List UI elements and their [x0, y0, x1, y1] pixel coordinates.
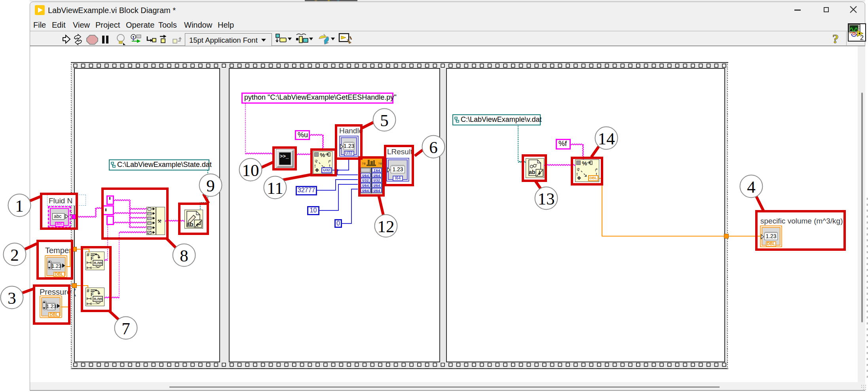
- svg-text:?: ?: [832, 32, 839, 46]
- svg-text:1: 1: [15, 197, 24, 215]
- svg-text:2: 2: [10, 246, 19, 264]
- svg-text:2: 2: [860, 34, 864, 41]
- svg-text:3: 3: [8, 289, 16, 307]
